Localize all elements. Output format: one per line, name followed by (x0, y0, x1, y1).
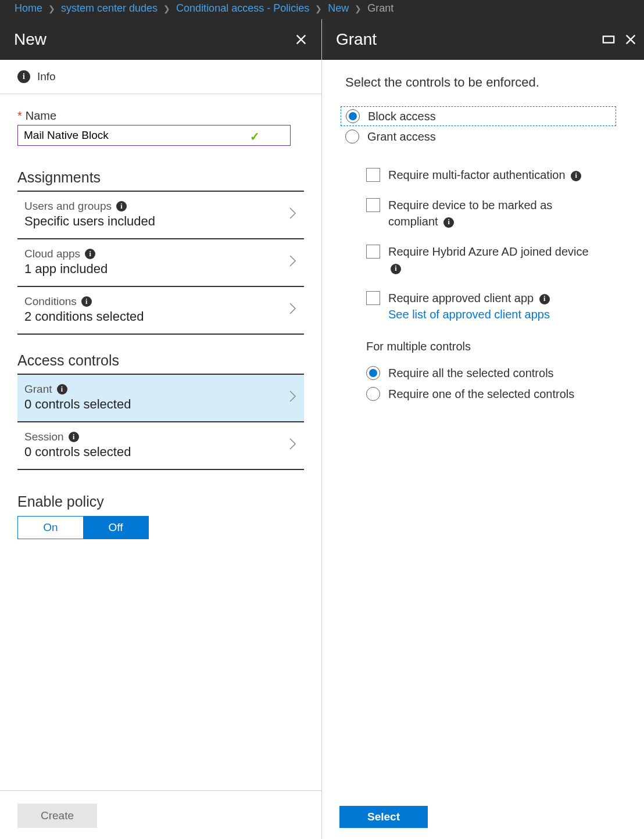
radio-icon (366, 387, 380, 401)
row-users-groups[interactable]: Users and groups i Specific users includ… (17, 192, 304, 239)
crumb-ca-policies[interactable]: Conditional access - Policies (176, 2, 309, 15)
blade-title-grant: Grant (336, 30, 377, 49)
grant-prompt: Select the controls to be enforced. (345, 75, 621, 90)
grant-blade: Grant Select the controls to be enforced… (322, 19, 644, 839)
check-hybrid-azure-ad[interactable]: Require Hybrid Azure AD joined device i (366, 243, 621, 276)
radio-require-all[interactable]: Require all the selected controls (366, 364, 621, 382)
assignments-group: Users and groups i Specific users includ… (17, 191, 304, 335)
check-mfa[interactable]: Require multi-factor authentication i (366, 167, 621, 183)
close-icon[interactable] (624, 33, 637, 46)
checkbox-icon (366, 291, 380, 305)
crumb-tenant[interactable]: system center dudes (61, 2, 158, 15)
access-controls-group: Grant i 0 controls selected Session i 0 … (17, 374, 304, 470)
svg-rect-0 (603, 37, 614, 43)
chevron-right-icon (289, 390, 297, 406)
info-label: Info (37, 70, 56, 83)
multiple-controls-title: For multiple controls (366, 340, 621, 353)
chevron-right-icon (289, 438, 297, 453)
chevron-right-icon: ❯ (355, 4, 362, 13)
toggle-on[interactable]: On (18, 517, 83, 539)
check-icon: ✓ (250, 130, 260, 144)
checkbox-icon (366, 168, 380, 182)
info-icon: i (57, 384, 67, 395)
new-policy-blade: New i Info *Name ✓ Assignments (0, 19, 322, 839)
assignments-title: Assignments (0, 152, 321, 191)
chevron-right-icon: ❯ (315, 4, 322, 13)
enable-policy-title: Enable policy (17, 493, 304, 510)
radio-icon (366, 366, 380, 380)
info-icon: i (81, 296, 92, 307)
row-conditions[interactable]: Conditions i 2 conditions selected (17, 287, 304, 335)
radio-icon (346, 109, 360, 123)
check-compliant-device[interactable]: Require device to be marked as compliant… (366, 197, 621, 230)
access-controls-title: Access controls (0, 335, 321, 374)
row-grant[interactable]: Grant i 0 controls selected (17, 375, 304, 422)
enable-policy-toggle[interactable]: On Off (17, 516, 149, 539)
blade-title-new: New (14, 30, 46, 49)
toggle-off[interactable]: Off (83, 517, 148, 539)
info-icon: i (17, 70, 30, 83)
info-icon: i (69, 432, 79, 442)
info-icon: i (391, 264, 401, 274)
chevron-right-icon (289, 254, 297, 270)
info-icon: i (571, 171, 581, 181)
info-bar[interactable]: i Info (0, 60, 321, 94)
crumb-home[interactable]: Home (15, 2, 42, 15)
create-button[interactable]: Create (17, 804, 97, 828)
crumb-new[interactable]: New (328, 2, 349, 15)
breadcrumb: Home ❯ system center dudes ❯ Conditional… (0, 0, 644, 19)
check-approved-client-app[interactable]: Require approved client app i See list o… (366, 290, 621, 322)
name-field-label: *Name (17, 109, 304, 123)
close-icon[interactable] (295, 33, 307, 46)
approved-apps-link[interactable]: See list of approved client apps (388, 308, 550, 321)
chevron-right-icon (289, 207, 297, 223)
maximize-icon[interactable] (602, 33, 615, 46)
info-icon: i (116, 201, 127, 211)
info-icon: i (443, 217, 454, 228)
select-button[interactable]: Select (339, 806, 428, 828)
checkbox-icon (366, 245, 380, 259)
radio-icon (345, 130, 359, 144)
right-footer: Select (322, 793, 644, 839)
checkbox-icon (366, 198, 380, 212)
left-footer: Create (0, 790, 321, 839)
info-icon: i (85, 249, 95, 259)
crumb-current: Grant (367, 2, 393, 15)
chevron-right-icon (289, 302, 297, 318)
radio-require-one[interactable]: Require one of the selected controls (366, 385, 621, 403)
blade-header-grant: Grant (322, 19, 644, 60)
info-icon: i (539, 294, 550, 304)
row-session[interactable]: Session i 0 controls selected (17, 422, 304, 470)
blade-header-new: New (0, 19, 321, 60)
chevron-right-icon: ❯ (163, 4, 170, 13)
row-cloud-apps[interactable]: Cloud apps i 1 app included (17, 239, 304, 287)
radio-grant-access[interactable]: Grant access (345, 127, 621, 146)
radio-block-access[interactable]: Block access (341, 106, 616, 126)
chevron-right-icon: ❯ (48, 4, 55, 13)
